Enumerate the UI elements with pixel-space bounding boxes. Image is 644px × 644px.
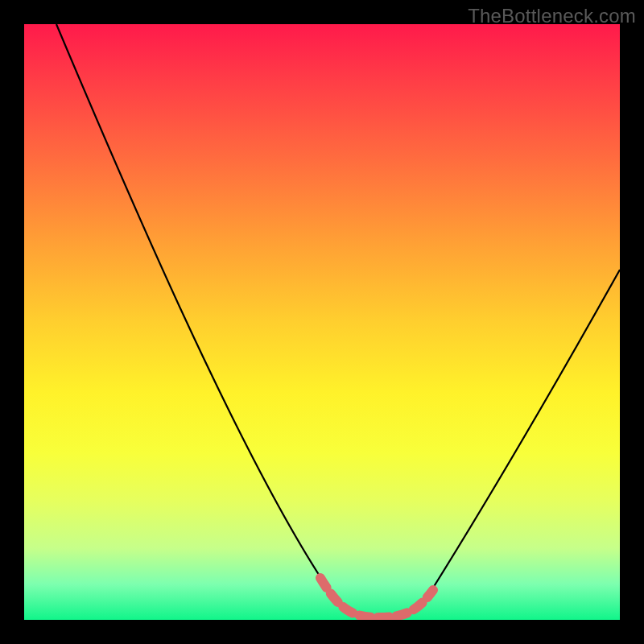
- plot-area: [24, 24, 620, 620]
- chart-frame: TheBottleneck.com: [0, 0, 644, 644]
- marker-segment: [320, 578, 433, 617]
- curve-svg: [24, 24, 620, 620]
- bottleneck-curve: [56, 24, 620, 618]
